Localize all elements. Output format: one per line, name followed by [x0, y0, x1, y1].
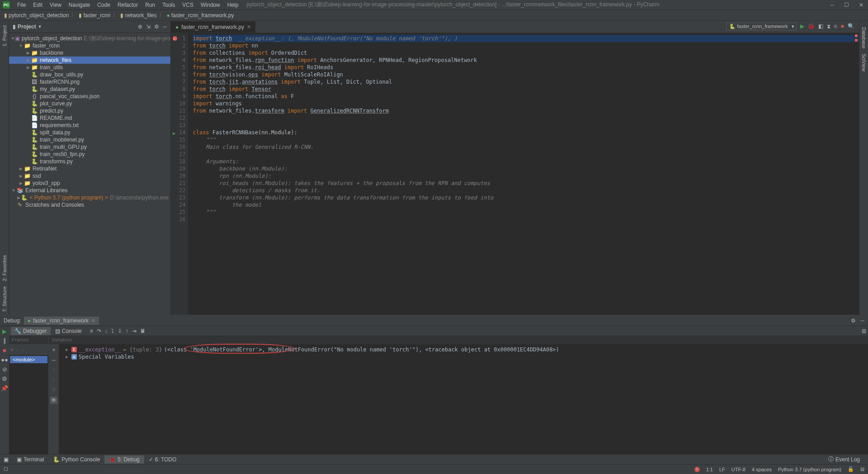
tree-scratches[interactable]: ✎Scratches and Consoles: [9, 201, 170, 209]
editor-tab[interactable]: ● faster_rcnn_framework.py ✕: [171, 21, 255, 33]
step-into-my-code-icon[interactable]: ⤵: [111, 328, 114, 334]
tree-item[interactable]: 🐍predict.py: [9, 107, 170, 114]
line-number[interactable]: 20: [179, 172, 185, 180]
force-step-into-icon[interactable]: ⇩: [118, 328, 122, 334]
evaluate-expression-icon[interactable]: 🖩: [140, 328, 146, 334]
menu-run[interactable]: Run: [142, 1, 159, 9]
problems-widget-icon[interactable]: !: [694, 467, 700, 472]
memory-indicator-icon[interactable]: ⊟: [860, 466, 864, 472]
line-number[interactable]: 7: [179, 78, 185, 85]
tool-tab-database[interactable]: Database: [861, 24, 867, 51]
run-configuration-dropdown[interactable]: 🐍 faster_rcnn_framework: [726, 23, 797, 30]
layout-icon[interactable]: ⊞: [862, 328, 866, 334]
step-out-icon[interactable]: ↑: [126, 328, 128, 334]
code-line[interactable]: rpn (nn.Module):: [193, 172, 859, 180]
lock-icon[interactable]: 🔓: [848, 466, 854, 472]
maximize-icon[interactable]: ☐: [842, 2, 851, 8]
code-line[interactable]: detections / masks from it.: [193, 187, 859, 194]
line-number[interactable]: 13: [179, 122, 185, 129]
pin-button[interactable]: 📌: [1, 385, 8, 392]
line-number[interactable]: 17: [179, 151, 185, 158]
tree-item[interactable]: 🐍draw_box_utils.py: [9, 71, 170, 78]
tree-item[interactable]: 🐍spilt_data.py: [9, 129, 170, 136]
line-number[interactable]: 3: [179, 49, 185, 57]
code-line[interactable]: """: [193, 136, 859, 143]
settings-icon[interactable]: ⚙: [154, 24, 159, 30]
line-number[interactable]: 16: [179, 143, 185, 151]
stop-button[interactable]: ■: [3, 347, 6, 354]
arrow-icon[interactable]: ▼: [18, 43, 24, 48]
tree-item[interactable]: {}pascal_voc_classes.json: [9, 93, 170, 100]
tree-item[interactable]: 🐍plot_curve.py: [9, 100, 170, 107]
tool-tab-project[interactable]: 1: Project: [2, 23, 7, 49]
show-execution-point-icon[interactable]: ≡: [90, 328, 93, 334]
file-encoding[interactable]: UTF-8: [731, 467, 745, 472]
tree-root[interactable]: ▼▣pytorch_object_detectionE:\测试\deep-lea…: [9, 35, 170, 42]
project-dropdown-icon[interactable]: ▮: [13, 24, 16, 30]
tree-item[interactable]: 🐍transforms.py: [9, 158, 170, 165]
pause-button[interactable]: ∥: [3, 337, 6, 344]
line-number[interactable]: 15: [179, 136, 185, 143]
code-line[interactable]: from torch import Tensor: [193, 85, 859, 93]
error-stripe[interactable]: [854, 34, 858, 42]
settings-button[interactable]: ⚙: [2, 375, 7, 382]
line-number[interactable]: 12: [179, 114, 185, 122]
arrow-icon[interactable]: ▶: [17, 195, 21, 200]
tool-tab-terminal[interactable]: ▣Terminal: [12, 455, 48, 464]
variable-row-special[interactable]: ▶ ⊞ Special Variables: [64, 353, 863, 360]
breadcrumb-file[interactable]: ●faster_rcnn_framework.py: [165, 12, 236, 19]
show-tool-windows-icon[interactable]: ▣: [4, 456, 9, 463]
code-line[interactable]: from network_files.roi_head import RoIHe…: [193, 64, 859, 71]
code-line[interactable]: from network_files.rpn_function import A…: [193, 57, 859, 64]
close-icon[interactable]: ✕: [857, 2, 865, 8]
tree-item[interactable]: 🐍train_multi_GPU.py: [9, 143, 170, 151]
line-number[interactable]: 22: [179, 187, 185, 194]
tree-item[interactable]: ▶📁yolov3_spp: [9, 180, 170, 187]
status-message-icon[interactable]: ☐: [4, 466, 8, 472]
line-number[interactable]: 11: [179, 107, 185, 114]
tree-item[interactable]: 📄requirements.txt: [9, 122, 170, 129]
tool-tab-todo[interactable]: ✓6: TODO: [144, 455, 181, 464]
attach-button[interactable]: ⎋: [834, 23, 837, 29]
tree-item[interactable]: 📄README.md: [9, 114, 170, 122]
line-number[interactable]: 6: [179, 71, 185, 78]
code-line[interactable]: class FasterRCNNBase(nn.Module):: [193, 129, 859, 136]
menu-view[interactable]: View: [46, 1, 65, 9]
tree-external-libraries[interactable]: ▼📚External Libraries: [9, 187, 170, 194]
view-breakpoints-button[interactable]: ●●: [1, 356, 8, 363]
line-number[interactable]: 9: [179, 93, 185, 100]
line-number[interactable]: 26: [179, 216, 185, 223]
tool-tab-favorites[interactable]: 2: Favorites: [2, 252, 7, 284]
caret-position[interactable]: 1:1: [706, 467, 713, 472]
menu-edit[interactable]: Edit: [29, 1, 46, 9]
hide-icon[interactable]: ─: [860, 318, 864, 324]
thread-dropdown-icon[interactable]: ▾: [11, 347, 14, 353]
code-line[interactable]: """: [193, 209, 859, 216]
arrow-icon[interactable]: ▶: [25, 65, 31, 70]
next-frame-icon[interactable]: ↓: [22, 347, 24, 352]
code-line[interactable]: [193, 216, 859, 223]
close-tab-icon[interactable]: ✕: [247, 24, 251, 30]
tree-item[interactable]: 🐍train_mobilenet.py: [9, 136, 170, 143]
error-marker-icon[interactable]: [854, 34, 858, 38]
tree-item[interactable]: ▶📁backbone: [9, 49, 170, 57]
mute-breakpoints-button[interactable]: ⊘: [2, 366, 7, 373]
code-line[interactable]: from torch.jit.annotations import Tuple,…: [193, 78, 859, 85]
chevron-down-icon[interactable]: ▼: [38, 24, 42, 29]
code-line[interactable]: Main class for Generalized R-CNN.: [193, 143, 859, 151]
editor[interactable]: ⚡12345678910111213▶141516171819202122232…: [171, 33, 859, 315]
line-number[interactable]: 24: [179, 201, 185, 209]
expand-icon[interactable]: ⇲: [146, 24, 151, 30]
code-line[interactable]: import torch.nn.functional as F: [193, 93, 859, 100]
code-line[interactable]: from torch import nn: [193, 42, 859, 49]
search-everywhere-icon[interactable]: 🔍: [848, 23, 854, 29]
menu-refactor[interactable]: Refactor: [114, 1, 142, 9]
line-separator[interactable]: LF: [719, 467, 725, 472]
code-line[interactable]: [193, 122, 859, 129]
minimize-icon[interactable]: ─: [828, 2, 836, 8]
error-marker-icon[interactable]: [854, 38, 858, 42]
tool-tab-structure[interactable]: 7: Structure: [2, 284, 7, 315]
step-into-icon[interactable]: ↓: [105, 328, 108, 334]
line-number[interactable]: 18: [179, 158, 185, 165]
debug-button[interactable]: 🐞: [808, 23, 815, 29]
